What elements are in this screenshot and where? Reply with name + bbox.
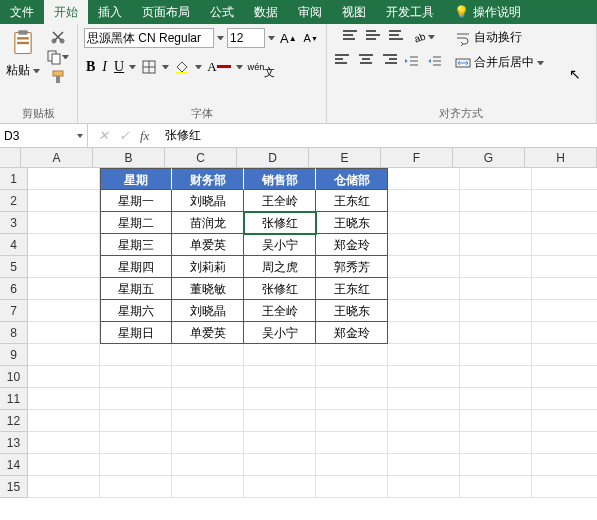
increase-indent-button[interactable]	[425, 52, 445, 70]
row-header-4[interactable]: 4	[0, 234, 28, 256]
cell-E2[interactable]: 王东红	[316, 190, 388, 212]
cell-B14[interactable]	[100, 454, 172, 476]
cell-H5[interactable]	[532, 256, 597, 278]
cell-D10[interactable]	[244, 366, 316, 388]
orientation-button[interactable]: ab	[410, 28, 437, 46]
cell-E11[interactable]	[316, 388, 388, 410]
cell-B4[interactable]: 星期三	[100, 234, 172, 256]
cell-F11[interactable]	[388, 388, 460, 410]
chevron-down-icon[interactable]	[33, 69, 40, 73]
cell-A13[interactable]	[28, 432, 100, 454]
cell-A3[interactable]	[28, 212, 100, 234]
bold-button[interactable]: B	[84, 58, 97, 76]
cell-C10[interactable]	[172, 366, 244, 388]
cancel-button[interactable]: ✕	[96, 127, 111, 145]
cell-D9[interactable]	[244, 344, 316, 366]
cell-G10[interactable]	[460, 366, 532, 388]
cell-H8[interactable]	[532, 322, 597, 344]
cell-C11[interactable]	[172, 388, 244, 410]
cell-D6[interactable]: 张修红	[244, 278, 316, 300]
cell-E8[interactable]: 郑金玲	[316, 322, 388, 344]
cell-A4[interactable]	[28, 234, 100, 256]
fx-button[interactable]: fx	[138, 127, 151, 145]
cell-E12[interactable]	[316, 410, 388, 432]
border-button[interactable]	[139, 58, 159, 76]
cell-A14[interactable]	[28, 454, 100, 476]
select-all-corner[interactable]	[0, 148, 21, 167]
cell-D4[interactable]: 吴小宁	[244, 234, 316, 256]
decrease-font-button[interactable]: A▼	[302, 31, 320, 45]
column-header-G[interactable]: G	[453, 148, 525, 167]
cell-H10[interactable]	[532, 366, 597, 388]
cell-H15[interactable]	[532, 476, 597, 498]
cell-H14[interactable]	[532, 454, 597, 476]
chevron-down-icon[interactable]	[162, 65, 169, 69]
cell-D5[interactable]: 周之虎	[244, 256, 316, 278]
cell-C1[interactable]: 财务部	[172, 168, 244, 190]
cell-E9[interactable]	[316, 344, 388, 366]
cell-C2[interactable]: 刘晓晶	[172, 190, 244, 212]
cell-G13[interactable]	[460, 432, 532, 454]
cell-A10[interactable]	[28, 366, 100, 388]
cell-E10[interactable]	[316, 366, 388, 388]
chevron-down-icon[interactable]	[77, 134, 83, 138]
enter-button[interactable]: ✓	[117, 127, 132, 145]
cell-C9[interactable]	[172, 344, 244, 366]
cell-H2[interactable]	[532, 190, 597, 212]
align-bottom-button[interactable]	[387, 29, 407, 45]
tab-insert[interactable]: 插入	[88, 0, 132, 24]
row-header-9[interactable]: 9	[0, 344, 28, 366]
cell-B13[interactable]	[100, 432, 172, 454]
column-header-D[interactable]: D	[237, 148, 309, 167]
cell-H11[interactable]	[532, 388, 597, 410]
cell-G9[interactable]	[460, 344, 532, 366]
tab-dev[interactable]: 开发工具	[376, 0, 444, 24]
row-header-3[interactable]: 3	[0, 212, 28, 234]
row-header-8[interactable]: 8	[0, 322, 28, 344]
cell-D13[interactable]	[244, 432, 316, 454]
cell-A1[interactable]	[28, 168, 100, 190]
name-box[interactable]	[0, 124, 88, 147]
cell-H9[interactable]	[532, 344, 597, 366]
cell-D8[interactable]: 吴小宁	[244, 322, 316, 344]
align-middle-button[interactable]	[364, 29, 384, 45]
column-header-A[interactable]: A	[21, 148, 93, 167]
column-header-C[interactable]: C	[165, 148, 237, 167]
cell-D7[interactable]: 王全岭	[244, 300, 316, 322]
underline-button[interactable]: U	[112, 58, 126, 76]
cell-B1[interactable]: 星期	[100, 168, 172, 190]
cell-B11[interactable]	[100, 388, 172, 410]
cell-F5[interactable]	[388, 256, 460, 278]
cell-B3[interactable]: 星期二	[100, 212, 172, 234]
cell-F9[interactable]	[388, 344, 460, 366]
cell-F4[interactable]	[388, 234, 460, 256]
cell-F12[interactable]	[388, 410, 460, 432]
cell-A8[interactable]	[28, 322, 100, 344]
cell-E6[interactable]: 王东红	[316, 278, 388, 300]
cell-C7[interactable]: 刘晓晶	[172, 300, 244, 322]
cell-G12[interactable]	[460, 410, 532, 432]
paste-button[interactable]	[7, 28, 39, 58]
column-header-H[interactable]: H	[525, 148, 597, 167]
tab-review[interactable]: 审阅	[288, 0, 332, 24]
column-header-F[interactable]: F	[381, 148, 453, 167]
column-header-B[interactable]: B	[93, 148, 165, 167]
italic-button[interactable]: I	[100, 58, 109, 76]
cell-C14[interactable]	[172, 454, 244, 476]
row-header-12[interactable]: 12	[0, 410, 28, 432]
cell-E15[interactable]	[316, 476, 388, 498]
cell-H6[interactable]	[532, 278, 597, 300]
tab-view[interactable]: 视图	[332, 0, 376, 24]
cell-F10[interactable]	[388, 366, 460, 388]
decrease-indent-button[interactable]	[402, 52, 422, 70]
cell-B6[interactable]: 星期五	[100, 278, 172, 300]
cell-F3[interactable]	[388, 212, 460, 234]
cell-G6[interactable]	[460, 278, 532, 300]
chevron-down-icon[interactable]	[268, 36, 275, 40]
cell-A2[interactable]	[28, 190, 100, 212]
cell-C5[interactable]: 刘莉莉	[172, 256, 244, 278]
cell-E4[interactable]: 郑金玲	[316, 234, 388, 256]
tab-tell-me[interactable]: 💡操作说明	[444, 0, 531, 24]
cell-B7[interactable]: 星期六	[100, 300, 172, 322]
cell-C3[interactable]: 苗润龙	[172, 212, 244, 234]
